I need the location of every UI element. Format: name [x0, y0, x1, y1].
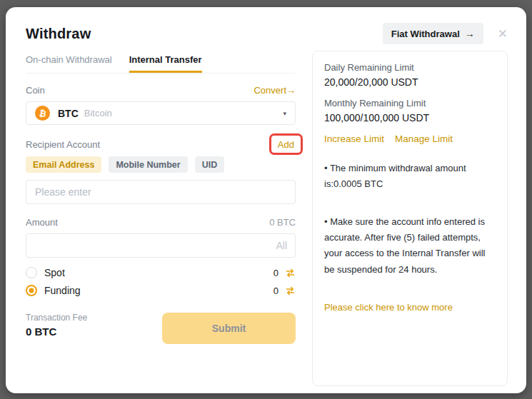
- recipient-row: Recipient Account Add: [26, 138, 296, 151]
- withdrawal-tabs: On-chain Withdrawal Internal Transfer: [26, 54, 296, 74]
- fiat-withdrawal-label: Fiat Withdrawal: [391, 29, 460, 39]
- spot-account-row: Spot 0: [26, 266, 296, 279]
- recipient-method-tabs: Email Address Mobile Number UID: [26, 156, 296, 173]
- coin-symbol: BTC: [58, 108, 79, 119]
- transaction-fee-label: Transaction Fee: [26, 313, 87, 323]
- know-more-link-row: Please click here to know more: [324, 302, 496, 313]
- amount-input[interactable]: [26, 233, 296, 258]
- amount-label: Amount: [26, 217, 58, 228]
- daily-limit-value: 20,000/20,000 USDT: [324, 76, 496, 88]
- limit-links: Increase Limit Manage Limit: [324, 133, 496, 144]
- increase-limit-link[interactable]: Increase Limit: [324, 133, 384, 144]
- add-highlight-box: Add: [269, 133, 303, 155]
- fee-block: Transaction Fee 0 BTC: [26, 313, 87, 338]
- submit-row: Transaction Fee 0 BTC Submit: [26, 313, 296, 344]
- funding-balance: 0: [273, 286, 278, 296]
- spot-transfer-icon[interactable]: [285, 268, 296, 278]
- note-minimum-amount: • The minimum withdrawal amount is:0.000…: [324, 161, 496, 193]
- page-title: Withdraw: [26, 26, 91, 42]
- add-recipient-link[interactable]: Add: [278, 139, 294, 150]
- funding-radio[interactable]: [26, 285, 37, 296]
- tab-internal-transfer[interactable]: Internal Transfer: [129, 54, 202, 73]
- arrow-right-icon: →: [465, 28, 475, 39]
- know-more-link[interactable]: Please click here to know more: [324, 302, 453, 313]
- funding-transfer-icon[interactable]: [285, 286, 296, 296]
- spot-balance: 0: [273, 268, 278, 278]
- limits-panel: Daily Remaining Limit 20,000/20,000 USDT…: [312, 51, 508, 386]
- coin-name: Bitcoin: [84, 108, 112, 118]
- dialog-header: Withdraw Fiat Withdrawal → ✕: [6, 7, 526, 44]
- withdraw-dialog: Withdraw Fiat Withdrawal → ✕ On-chain Wi…: [6, 7, 526, 393]
- amount-balance: 0 BTC: [269, 217, 296, 228]
- coin-row: Coin Convert→: [26, 85, 296, 96]
- note-account-accuracy: • Make sure the account info entered is …: [324, 214, 496, 278]
- withdraw-form: On-chain Withdrawal Internal Transfer Co…: [26, 54, 296, 344]
- close-icon[interactable]: ✕: [498, 28, 508, 40]
- amount-row: Amount 0 BTC: [26, 217, 296, 228]
- spot-radio[interactable]: [26, 267, 37, 278]
- recipient-account-label: Recipient Account: [26, 139, 100, 150]
- transaction-fee-value: 0 BTC: [26, 325, 87, 338]
- fiat-withdrawal-button[interactable]: Fiat Withdrawal →: [383, 23, 483, 44]
- monthly-limit-label: Monthly Remaining Limit: [324, 98, 496, 108]
- daily-limit-label: Daily Remaining Limit: [324, 62, 496, 73]
- convert-link[interactable]: Convert→: [254, 85, 296, 96]
- funding-label: Funding: [44, 285, 273, 296]
- coin-label: Coin: [26, 85, 45, 96]
- tab-uid[interactable]: UID: [195, 156, 225, 173]
- monthly-limit-value: 100,000/100,000 USDT: [324, 112, 496, 123]
- recipient-input[interactable]: [26, 180, 296, 204]
- amount-input-wrap: All: [26, 228, 296, 258]
- submit-button[interactable]: Submit: [162, 313, 296, 344]
- amount-all-button[interactable]: All: [276, 233, 287, 258]
- tab-mobile-number[interactable]: Mobile Number: [109, 156, 187, 173]
- bitcoin-icon: ₿: [35, 106, 50, 121]
- spot-label: Spot: [44, 267, 273, 278]
- tab-onchain-withdrawal[interactable]: On-chain Withdrawal: [26, 54, 112, 73]
- chevron-down-icon: ▾: [283, 110, 286, 117]
- coin-select[interactable]: ₿ BTC Bitcoin ▾: [26, 101, 296, 125]
- funding-account-row: Funding 0: [26, 284, 296, 297]
- tab-email-address[interactable]: Email Address: [26, 156, 101, 173]
- manage-limit-link[interactable]: Manage Limit: [395, 133, 453, 144]
